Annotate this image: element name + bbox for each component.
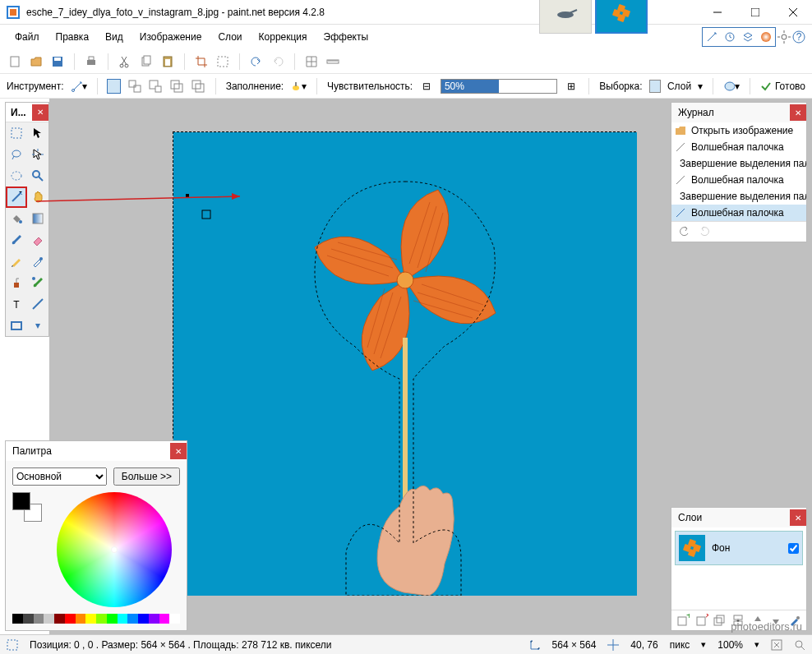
magic-wand-tool[interactable] xyxy=(6,187,27,208)
settings-icon[interactable] xyxy=(777,30,791,44)
ellipse-select-tool[interactable] xyxy=(6,165,27,187)
layers-panel: Слои ✕ Фон + × xyxy=(671,507,807,631)
palette-strip[interactable] xyxy=(12,614,180,624)
selection-mode-replace-icon[interactable] xyxy=(107,79,120,94)
canvas[interactable] xyxy=(173,131,636,595)
standard-toolbar xyxy=(0,49,812,74)
history-item[interactable]: Открыть изображение xyxy=(671,122,806,139)
history-item[interactable]: Завершение выделения палочкой xyxy=(671,155,806,172)
color-mode-select[interactable]: Основной xyxy=(12,467,107,486)
layers-panel-close-icon[interactable]: ✕ xyxy=(790,509,806,526)
print-icon[interactable] xyxy=(83,53,99,70)
add-layer-icon[interactable]: + xyxy=(676,614,690,627)
move-selected-pixels-tool[interactable] xyxy=(27,144,48,165)
tools-panel-toggle-icon[interactable] xyxy=(703,28,721,46)
menu-effects[interactable]: Эффекты xyxy=(316,28,377,46)
lasso-select-tool[interactable] xyxy=(6,144,27,165)
document-thumb-2[interactable] xyxy=(595,0,648,34)
recolor-tool[interactable] xyxy=(27,272,48,293)
eraser-tool[interactable] xyxy=(27,229,48,251)
save-icon[interactable] xyxy=(49,53,66,70)
history-item[interactable]: Волшебная палочка xyxy=(671,205,806,221)
menu-layers[interactable]: Слои xyxy=(210,28,250,46)
paste-icon[interactable] xyxy=(159,53,176,70)
crop-icon[interactable] xyxy=(193,53,210,70)
history-item[interactable]: Волшебная палочка xyxy=(671,139,806,155)
more-colors-button[interactable]: Больше >> xyxy=(113,467,180,486)
deselect-icon[interactable] xyxy=(215,53,231,70)
redo-icon[interactable] xyxy=(270,53,286,70)
history-undo-icon[interactable] xyxy=(678,225,691,238)
layer-item[interactable]: Фон xyxy=(675,531,803,565)
tools-panel-close-icon[interactable]: ✕ xyxy=(32,104,48,121)
undo-icon[interactable] xyxy=(248,53,265,70)
minimize-button[interactable] xyxy=(699,0,736,25)
tool-options-toolbar: Инструмент: ▾ Заполнение: ▾ Чувствительн… xyxy=(0,74,812,99)
history-item[interactable]: Волшебная палочка xyxy=(671,172,806,188)
swatch-box[interactable] xyxy=(12,492,42,522)
delete-layer-icon[interactable]: × xyxy=(695,614,708,627)
current-tool-icon[interactable]: ▾ xyxy=(71,78,87,94)
svg-rect-21 xyxy=(89,57,94,60)
close-button[interactable] xyxy=(774,0,812,25)
colors-panel-toggle-icon[interactable] xyxy=(757,28,775,46)
svg-line-63 xyxy=(39,177,43,181)
tolerance-plus-icon[interactable]: ⊞ xyxy=(564,78,579,94)
zoom-tool[interactable] xyxy=(27,165,48,187)
layer-label[interactable]: Слой xyxy=(667,81,691,92)
maximize-button[interactable] xyxy=(736,0,774,25)
selection-clip-icon[interactable]: ▾ xyxy=(723,78,740,94)
shapes-tool[interactable] xyxy=(6,315,27,336)
history-panel-toggle-icon[interactable] xyxy=(721,28,739,46)
sampling-swatch-icon[interactable] xyxy=(649,80,661,93)
primary-color-swatch[interactable] xyxy=(12,492,30,510)
history-panel-close-icon[interactable]: ✕ xyxy=(790,104,806,121)
menu-adjustments[interactable]: Коррекция xyxy=(251,28,316,46)
grid-icon[interactable] xyxy=(303,53,320,70)
line-tool[interactable] xyxy=(27,293,48,315)
history-redo-icon[interactable] xyxy=(698,225,711,238)
ruler-icon[interactable] xyxy=(325,53,341,70)
selection-mode-intersect-icon[interactable] xyxy=(169,78,184,94)
clone-stamp-tool[interactable] xyxy=(6,272,27,293)
move-selection-tool[interactable] xyxy=(27,122,48,144)
menu-view[interactable]: Вид xyxy=(97,28,131,46)
help-icon[interactable]: ? xyxy=(792,30,805,44)
color-wheel[interactable] xyxy=(57,492,172,607)
copy-icon[interactable] xyxy=(138,53,155,70)
new-icon[interactable] xyxy=(7,53,23,70)
layers-panel-toggle-icon[interactable] xyxy=(739,28,757,46)
finish-button[interactable]: Готово xyxy=(760,81,805,92)
flood-mode-icon[interactable]: ▾ xyxy=(290,78,307,94)
open-icon[interactable] xyxy=(28,53,44,70)
fit-window-icon[interactable] xyxy=(771,639,782,651)
document-thumb-1[interactable] xyxy=(539,0,592,34)
status-unit[interactable]: пикс xyxy=(670,639,690,651)
rectangle-select-tool[interactable] xyxy=(6,122,27,144)
svg-point-30 xyxy=(72,89,74,91)
duplicate-layer-icon[interactable] xyxy=(713,614,727,627)
svg-text:×: × xyxy=(705,614,708,621)
text-tool[interactable]: T xyxy=(6,293,27,315)
layer-visibility-checkbox[interactable] xyxy=(788,543,799,554)
tolerance-slider[interactable]: 50% xyxy=(441,79,558,94)
zoom-to-window-icon[interactable] xyxy=(794,639,805,651)
selection-mode-xor-icon[interactable] xyxy=(191,78,205,94)
menu-file[interactable]: Файл xyxy=(7,28,48,46)
status-zoom[interactable]: 100% xyxy=(717,639,743,651)
cut-icon[interactable] xyxy=(117,53,133,70)
selection-mode-add-icon[interactable] xyxy=(127,78,142,94)
pan-tool[interactable] xyxy=(27,187,48,208)
gradient-tool[interactable] xyxy=(27,208,48,229)
palette-panel-close-icon[interactable]: ✕ xyxy=(170,443,187,459)
shapes-dropdown[interactable]: ▾ xyxy=(27,315,48,336)
pencil-tool[interactable] xyxy=(6,251,27,272)
paint-bucket-tool[interactable] xyxy=(6,208,27,229)
color-picker-tool[interactable] xyxy=(27,251,48,272)
selection-mode-subtract-icon[interactable] xyxy=(148,78,163,94)
history-item[interactable]: Завершение выделения палочкой xyxy=(671,188,806,205)
menu-edit[interactable]: Правка xyxy=(48,28,98,46)
menu-image[interactable]: Изображение xyxy=(131,28,210,46)
tolerance-minus-icon[interactable]: ⊟ xyxy=(419,78,434,94)
paintbrush-tool[interactable] xyxy=(6,229,27,251)
